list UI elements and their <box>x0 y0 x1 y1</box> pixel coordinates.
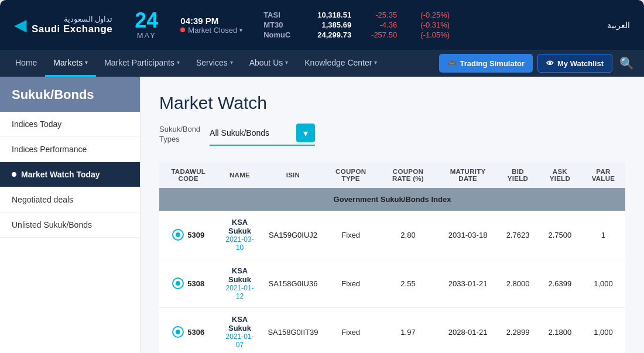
cell-name-0: KSA Sukuk 2021-03-10 <box>218 211 262 259</box>
time-text: 04:39 PM <box>180 16 242 26</box>
date-day: 24 <box>135 10 158 31</box>
filter-dropdown-button[interactable]: ▾ <box>296 124 315 142</box>
cell-coupon-type-1: Fixed <box>324 259 378 308</box>
content-area: Sukuk/Bonds Indices Today Indices Perfor… <box>0 77 644 353</box>
about-chevron-icon: ▾ <box>285 59 288 66</box>
sidebar-item-market-watch-today[interactable]: Market Watch Today <box>0 162 140 187</box>
sidebar-item-unlisted-sukuk[interactable]: Unlisted Sukuk/Bonds <box>0 213 140 238</box>
cell-ask-yield-1: 2.6399 <box>539 259 581 308</box>
cell-maturity-2: 2028-01-21 <box>439 308 497 354</box>
cell-name-main-0: KSA Sukuk <box>224 218 256 235</box>
index-value-mt30: 1,385.69 <box>304 20 351 29</box>
knowledge-chevron-icon: ▾ <box>374 59 377 66</box>
table-row[interactable]: 5309 KSA Sukuk 2021-03-10 SA159G0IUJ2 Fi… <box>159 211 625 259</box>
main-content: Market Watch Sukuk/BondTypes All Sukuk/B… <box>141 77 644 353</box>
cell-name-date-1: 2021-01-12 <box>224 284 256 300</box>
sidebar-item-negotiated-deals[interactable]: Negotiated deals <box>0 187 140 213</box>
section-header-row: Government Sukuk/Bonds Index <box>159 188 625 211</box>
time-area: 04:39 PM Market Closed ▾ <box>180 16 242 35</box>
cell-ask-yield-0: 2.7500 <box>539 211 581 259</box>
trading-simulator-button[interactable]: 🎮 Trading Simulator <box>439 54 533 73</box>
cell-name-2: KSA Sukuk 2021-01-07 <box>218 308 262 354</box>
cell-par-value-0: 1 <box>581 211 625 259</box>
market-status-dot <box>180 28 185 32</box>
table-header-row: TADAWUL CODE NAME ISIN COUPON TYPE COUPO… <box>159 162 625 188</box>
col-header-ask-yield: ASK YIELD <box>539 162 581 188</box>
col-header-name: NAME <box>218 162 262 188</box>
col-header-maturity-date: MATURITY DATE <box>439 162 497 188</box>
index-row-nomuc: NomuC 24,299.73 -257.50 (-1.05%) <box>263 30 597 39</box>
sidebar-title: Sukuk/Bonds <box>0 77 140 112</box>
markets-chevron-icon: ▾ <box>85 59 88 66</box>
cell-code-val-1: 5308 <box>187 279 204 288</box>
cell-bid-yield-2: 2.2899 <box>497 308 539 354</box>
cell-name-main-1: KSA Sukuk <box>224 266 256 284</box>
search-icon: 🔍 <box>619 57 634 70</box>
page-title: Market Watch <box>159 93 625 113</box>
cell-code-val-2: 5306 <box>187 328 204 337</box>
nav-label-market-participants: Market Participants <box>104 58 174 67</box>
cell-code-2: 5306 <box>159 308 218 354</box>
filter-dropdown-icon: ▾ <box>303 128 308 139</box>
index-change-mt30: -4.36 <box>362 20 397 29</box>
nav-item-services[interactable]: Services ▾ <box>188 50 241 77</box>
index-pct-mt30: (-0.31%) <box>407 20 450 29</box>
filter-select-value: All Sukuk/Bonds <box>210 128 296 138</box>
active-dot-icon <box>12 172 16 177</box>
filter-label: Sukuk/BondTypes <box>159 125 200 145</box>
col-header-coupon-type: COUPON TYPE <box>324 162 378 188</box>
cell-maturity-0: 2031-03-18 <box>439 211 497 259</box>
cell-name-1: KSA Sukuk 2021-01-12 <box>218 259 262 308</box>
nav-item-markets[interactable]: Markets ▾ <box>45 50 96 77</box>
nav-label-markets: Markets <box>53 58 83 67</box>
date-month: MAY <box>137 31 156 40</box>
nav-item-market-participants[interactable]: Market Participants ▾ <box>96 50 188 77</box>
index-row-tasi: TASI 10,318.51 -25.35 (-0.25%) <box>263 11 597 19</box>
cell-coupon-type-0: Fixed <box>324 211 378 259</box>
filter-row: Sukuk/BondTypes All Sukuk/Bonds ▾ <box>159 124 625 146</box>
cell-coupon-rate-1: 2.55 <box>378 259 439 308</box>
nav-item-knowledge[interactable]: Knowledge Center ▾ <box>296 50 385 77</box>
trading-simulator-label: Trading Simulator <box>460 59 525 68</box>
index-name-nomuc: NomuC <box>263 30 294 39</box>
nav-item-about[interactable]: About Us ▾ <box>241 50 297 77</box>
col-header-coupon-rate: COUPON RATE (%) <box>378 162 439 188</box>
sidebar-label-market-watch-today: Market Watch Today <box>21 170 100 179</box>
cell-coupon-rate-0: 2.80 <box>378 211 439 259</box>
cell-code-1: 5308 <box>159 259 218 308</box>
cell-isin-0: SA159G0IUJ2 <box>262 211 324 259</box>
market-dropdown-icon[interactable]: ▾ <box>239 27 242 33</box>
my-watchlist-button[interactable]: 👁 My Watchlist <box>537 54 612 73</box>
sidebar-item-indices-performance[interactable]: Indices Performance <box>0 137 140 162</box>
trading-simulator-icon: 🎮 <box>447 59 457 68</box>
nav-label-about: About Us <box>249 58 283 67</box>
index-row-mt30: MT30 1,385.69 -4.36 (-0.31%) <box>263 20 597 29</box>
services-chevron-icon: ▾ <box>230 59 233 66</box>
browser-window: ◀ تداول السعودية Saudi Exchange 24 MAY 0… <box>0 0 644 353</box>
logo-icon: ◀ <box>14 15 27 35</box>
cell-code-0: 5309 <box>159 211 218 259</box>
table-row[interactable]: 5306 KSA Sukuk 2021-01-07 SA158G0IIT39 F… <box>159 308 625 354</box>
cell-name-main-2: KSA Sukuk <box>224 315 256 333</box>
filter-select-wrap[interactable]: All Sukuk/Bonds ▾ <box>210 124 315 146</box>
cell-maturity-1: 2033-01-21 <box>439 259 497 308</box>
cell-bid-yield-1: 2.8000 <box>497 259 539 308</box>
table-row[interactable]: 5308 KSA Sukuk 2021-01-12 SA158G0IU36 Fi… <box>159 259 625 308</box>
logo-text-ar: تداول السعودية <box>32 15 112 23</box>
arabic-link[interactable]: العربية <box>607 20 630 30</box>
cell-code-val-0: 5309 <box>187 231 204 239</box>
index-pct-nomuc: (-1.05%) <box>407 30 450 39</box>
sidebar-item-indices-today[interactable]: Indices Today <box>0 112 140 137</box>
cell-par-value-1: 1,000 <box>581 259 625 308</box>
sidebar-label-unlisted-sukuk: Unlisted Sukuk/Bonds <box>12 220 92 229</box>
nav-item-home[interactable]: Home <box>7 50 45 77</box>
watchlist-icon: 👁 <box>546 59 554 68</box>
sidebar-label-negotiated-deals: Negotiated deals <box>12 195 73 204</box>
market-status: Market Closed ▾ <box>180 26 242 35</box>
section-header-label: Government Sukuk/Bonds Index <box>159 188 625 211</box>
market-participants-chevron-icon: ▾ <box>177 59 180 66</box>
cell-name-date-0: 2021-03-10 <box>224 235 256 252</box>
index-change-nomuc: -257.50 <box>362 30 397 39</box>
search-button[interactable]: 🔍 <box>616 53 637 74</box>
market-status-label: Market Closed <box>188 26 237 35</box>
